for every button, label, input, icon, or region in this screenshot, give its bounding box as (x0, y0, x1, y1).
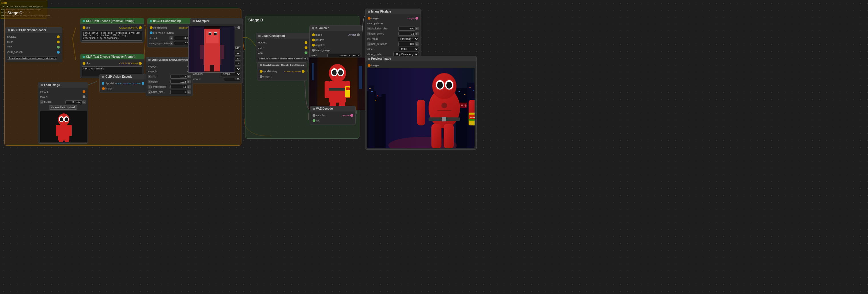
maxiter-dec-btn[interactable]: ◄ (367, 42, 371, 46)
clip-neg-clip-row: clip CONDITIONING (82, 61, 142, 66)
kb-model-in[interactable] (312, 33, 315, 36)
pixsize-inc-btn[interactable]: ► (415, 27, 419, 30)
scbc-cond-in[interactable] (260, 70, 262, 73)
load-image-thumbnail (40, 111, 87, 142)
numcolors-dec-btn[interactable]: ◄ (367, 32, 371, 35)
conditioning-out-port[interactable] (139, 26, 142, 29)
svg-rect-34 (214, 63, 220, 71)
ip-images-row: images images (367, 16, 419, 21)
preview-images-label: images (371, 64, 474, 67)
vae-vae-in[interactable] (313, 119, 315, 122)
positive-prompt-textarea[interactable]: comic style, dead pool, drinking a yello… (82, 31, 142, 40)
sc-empty-comp-row: ◄ compression 42 ► (148, 85, 191, 89)
clip-neg-in-port[interactable] (83, 62, 86, 65)
clip-pos-in-port[interactable] (83, 26, 86, 29)
choose-file-btn[interactable]: choose file to upload (49, 105, 77, 110)
kb-pos-in[interactable] (312, 39, 315, 41)
kb-seed-input[interactable] (328, 54, 360, 58)
cv-encode-img-in[interactable] (102, 87, 105, 90)
load-image-node: Load Image IMAGE MASK ◄ IMAGE R (1).jpg … (38, 82, 88, 144)
width-dec-btn[interactable]: ◄ (148, 75, 151, 78)
ip-images-out[interactable] (415, 17, 418, 20)
noise-dec-btn[interactable]: ◄ (170, 41, 173, 45)
kb-latent-label: latent_image (315, 49, 360, 52)
image-file-value: R (1).jpg (65, 100, 83, 104)
path-value: StableCascade/stable_cascade_stage_c.saf… (7, 57, 57, 60)
height-inc-btn[interactable]: ► (187, 80, 191, 84)
cv-in-port2[interactable] (150, 31, 153, 34)
cv-encode-cv-row: clip_vision CLIP_VISION_OUTPUT (101, 81, 145, 86)
clip-label: CLIP (7, 40, 56, 43)
vae-img-out[interactable] (350, 114, 353, 117)
unclipcond-header: unCLIPConditioning (148, 18, 197, 24)
preview-images-in[interactable] (368, 64, 371, 67)
numcolors-inc-btn[interactable]: ► (415, 32, 419, 35)
kb-neg-label: negative (315, 44, 360, 46)
cv-encode-out-port[interactable] (142, 82, 144, 85)
svg-rect-61 (371, 91, 373, 92)
scbc-cond-out[interactable] (302, 70, 305, 73)
ip-pixsize-label: pixelation_size (371, 27, 398, 30)
clip-text-pos-header: CLIP Text Encode (Positive Prompt) (80, 18, 144, 24)
vae-decode-vae-row: vae (312, 118, 354, 123)
kb-neg-in[interactable] (312, 44, 315, 46)
vae-samples-label: samples (316, 114, 333, 117)
note-title: Note (1, 1, 46, 4)
cv-encode-img-label: image (105, 87, 145, 90)
image-prev-btn[interactable]: ◄ (40, 100, 43, 104)
ip-initmode-select[interactable]: k-means++ (398, 37, 419, 41)
batch-inc-btn[interactable]: ► (187, 90, 191, 94)
maxiter-inc-btn[interactable]: ► (415, 42, 419, 46)
image-next-btn[interactable]: ► (83, 100, 86, 104)
cv-port[interactable] (57, 51, 60, 54)
lckpt-model-out[interactable] (305, 41, 307, 44)
ip-initmode-row: init_mode k-means++ (367, 37, 419, 41)
sc-empty-stagec-row: stage_c (148, 64, 191, 69)
load-ckpt-b-title: Load Checkpoint (262, 34, 285, 37)
clip-text-pos-body: clip CONDITIONING comic style, dead pool… (80, 24, 144, 42)
ip-dither-select[interactable]: False True (399, 47, 419, 52)
clip-port[interactable] (57, 40, 60, 43)
ip-images-label: images (371, 17, 393, 20)
height-dec-btn[interactable]: ◄ (148, 80, 151, 84)
strength-dec-btn[interactable]: ◄ (169, 36, 173, 40)
cv-encode-title: CLIP Vision Encode (105, 75, 132, 78)
kb-latent-in[interactable] (312, 49, 315, 52)
svg-rect-53 (312, 63, 314, 80)
load-image-mask-out[interactable] (83, 95, 86, 98)
vae-decode-samples-row: samples IMAGE (312, 113, 354, 118)
lckpt-vae-out[interactable] (305, 52, 307, 54)
kb-latent-out[interactable] (357, 33, 360, 36)
neg-cond-out-port[interactable] (139, 62, 142, 65)
stage-b-label: Stage B (245, 16, 359, 24)
kb-model-label: model (315, 33, 336, 36)
comp-dec-btn[interactable]: ◄ (148, 85, 151, 89)
ip-initmode-label: init_mode (367, 37, 398, 40)
vae-port[interactable] (57, 46, 60, 48)
model-port[interactable] (57, 35, 60, 38)
vae-samples-in[interactable] (313, 114, 315, 117)
comp-inc-btn[interactable]: ► (187, 85, 191, 89)
width-inc-btn[interactable]: ► (187, 75, 191, 78)
svg-rect-36 (220, 26, 235, 73)
kc-latent-out-port[interactable] (238, 26, 240, 29)
kc-denoise-label: denoise (192, 78, 224, 80)
scbc-stagec-in[interactable] (260, 75, 262, 78)
ksampler-c-title: KSampler (196, 20, 210, 23)
batch-dec-btn[interactable]: ◄ (148, 90, 151, 94)
lckpt-model-row: MODEL (258, 40, 308, 45)
lckpt-clip-out[interactable] (305, 46, 307, 49)
sc-empty-title: StableCascade_EmptyLatentimage (152, 59, 190, 61)
svg-rect-87 (444, 124, 454, 148)
img-pixelate-header: Image Pixelate (365, 9, 421, 14)
svg-rect-29 (214, 33, 217, 35)
cond-in-port[interactable] (150, 26, 153, 29)
svg-rect-84 (417, 100, 425, 125)
load-image-img-out[interactable] (83, 90, 86, 93)
cv-encode-in-port[interactable] (102, 82, 104, 85)
lckpt-clip-row: CLIP (258, 45, 308, 50)
ksampler-c-header: KSampler (190, 18, 243, 24)
pixsize-dec-btn[interactable]: ◄ (367, 27, 371, 30)
svg-point-44 (332, 70, 337, 75)
ip-images-in[interactable] (368, 17, 371, 20)
